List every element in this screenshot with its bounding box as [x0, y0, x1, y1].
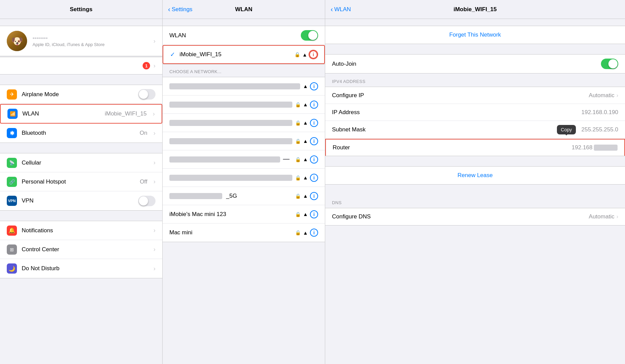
wlan-master-toggle-knob	[308, 31, 317, 40]
ip-address-value: 192.168.0.190	[581, 109, 618, 116]
network-5-info-button[interactable]: i	[310, 155, 318, 164]
network-list: ▲ i 🔒 ▲ i 🔒 ▲ i	[163, 77, 325, 242]
settings-title: Settings	[70, 6, 92, 13]
wlan-master-toggle[interactable]	[301, 30, 318, 41]
network-macmini-lock-icon: 🔒	[295, 230, 301, 235]
settings-item-notifications[interactable]: 🔔 Notifications ›	[0, 221, 162, 240]
network-item-5[interactable]: 🔒 ▲ i	[163, 150, 325, 169]
wlan-chevron-icon: ›	[153, 110, 155, 117]
settings-scroll-content: 🐶 •••••••• Apple ID, iCloud, iTunes & Ap…	[0, 19, 162, 364]
network-4-info-button[interactable]: i	[310, 137, 318, 145]
wlan-master-label: WLAN	[169, 32, 301, 39]
wifi-detail-scroll-content: Forget This Network Auto-Join IPV4 ADDRE…	[325, 19, 625, 364]
wlan-back-button[interactable]: ‹ Settings	[168, 5, 192, 13]
forget-network-button[interactable]: Forget This Network	[325, 26, 625, 44]
ipv4-section-header: IPV4 ADDRESS	[325, 73, 625, 87]
network-2-lock-icon: 🔒	[295, 102, 301, 107]
cellular-icon-bg: 📡	[7, 158, 17, 168]
network-3-wifi-icon: ▲	[303, 120, 308, 126]
network-item-imac[interactable]: iMobie's Mac mini 123 🔒 ▲ i	[163, 205, 325, 223]
network-5-wifi-icon: ▲	[303, 156, 308, 162]
settings-item-bluetooth[interactable]: ✱ Bluetooth On ›	[0, 124, 162, 143]
wlan-master-toggle-row: WLAN	[163, 26, 325, 45]
wlan-nav-bar: ‹ Settings WLAN	[163, 0, 325, 19]
wlan-icon-bg: 📶	[7, 109, 18, 119]
wlan-connected-row[interactable]: ✓ iMobie_WIFI_15 🔒 ▲ i	[163, 45, 325, 64]
router-label: Router	[333, 144, 572, 151]
auto-join-toggle[interactable]	[601, 59, 618, 69]
subnet-mask-label: Subnet Mask	[332, 126, 557, 133]
configure-dns-value: Automatic	[589, 213, 614, 220]
profile-row[interactable]: 🐶 •••••••• Apple ID, iCloud, iTunes & Ap…	[0, 26, 162, 56]
dns-group: Configure DNS Automatic ›	[325, 208, 625, 226]
network-2-info-button[interactable]: i	[310, 101, 318, 109]
notifications-icon: 🔔	[8, 227, 15, 234]
avatar-image: 🐶	[7, 31, 27, 51]
settings-item-wlan[interactable]: 📶 WLAN iMobie_WIFI_15 ›	[0, 104, 162, 124]
hotspot-icon-bg: 🔗	[7, 177, 17, 187]
configure-dns-row[interactable]: Configure DNS Automatic ›	[325, 208, 625, 225]
renew-lease-button[interactable]: Renew Lease	[325, 166, 625, 185]
settings-group-connectivity-inner: ✈ Airplane Mode 📶 WLAN iMobie_WIFI_15 ›	[0, 85, 162, 143]
settings-item-control-center[interactable]: ⊞ Control Center ›	[0, 240, 162, 259]
wlan-toggle-section: WLAN ✓ iMobie_WIFI_15 🔒 ▲ i	[163, 26, 325, 64]
cellular-label: Cellular	[22, 159, 147, 166]
auto-join-toggle-knob	[608, 59, 618, 68]
vpn-toggle[interactable]	[138, 196, 155, 206]
network-macmini-icons: 🔒 ▲ i	[295, 229, 318, 237]
network-imac-lock-icon: 🔒	[295, 212, 301, 217]
network-3-info-button[interactable]: i	[310, 119, 318, 127]
network-name-blur-4	[169, 138, 292, 144]
network-imac-info-button[interactable]: i	[310, 210, 318, 218]
profile-subtitle: Apple ID, iCloud, iTunes & App Store	[33, 42, 148, 47]
badge-row[interactable]: 1 ›	[0, 57, 162, 74]
settings-item-cellular[interactable]: 📡 Cellular ›	[0, 153, 162, 172]
bluetooth-label: Bluetooth	[22, 130, 135, 136]
airplane-icon: ✈	[10, 91, 14, 98]
network-item-2[interactable]: 🔒 ▲ i	[163, 95, 325, 114]
settings-item-do-not-disturb[interactable]: 🌙 Do Not Disturb ›	[0, 259, 162, 278]
wifi-detail-nav-bar: ‹ WLAN iMobie_WIFI_15	[325, 0, 625, 19]
bluetooth-icon-bg: ✱	[7, 128, 17, 138]
subnet-mask-value: 255.255.255.0	[581, 126, 618, 133]
hotspot-chevron-icon: ›	[153, 178, 155, 185]
network-macmini-info-button[interactable]: i	[310, 229, 318, 237]
auto-join-row: Auto-Join	[325, 54, 625, 73]
network-5-dash	[283, 159, 290, 160]
auto-join-label: Auto-Join	[332, 61, 601, 67]
subnet-mask-value-area: Copy 255.255.255.0	[557, 125, 618, 134]
configure-ip-row[interactable]: Configure IP Automatic ›	[325, 87, 625, 104]
settings-item-airplane[interactable]: ✈ Airplane Mode	[0, 85, 162, 104]
network-item-6[interactable]: 🔒 ▲ i	[163, 169, 325, 187]
network-name-blur-1	[169, 83, 300, 89]
wlan-back-label: Settings	[172, 6, 192, 13]
network-6-info-button[interactable]: i	[310, 174, 318, 182]
notification-badge: 1	[143, 62, 150, 69]
wlan-back-chevron-icon: ‹	[168, 5, 170, 13]
copy-tooltip: Copy	[557, 125, 576, 134]
network-3-lock-icon: 🔒	[295, 120, 301, 126]
network-5g-info-button[interactable]: i	[310, 192, 318, 200]
network-4-icons: 🔒 ▲ i	[295, 137, 318, 145]
network-item-5g[interactable]: _5G 🔒 ▲ i	[163, 187, 325, 205]
connected-network-icons: 🔒 ▲ i	[294, 50, 317, 59]
do-not-disturb-icon-bg: 🌙	[7, 263, 17, 274]
hotspot-icon: 🔗	[9, 179, 15, 185]
copy-tooltip-wrapper: Copy	[557, 125, 579, 134]
wlan-label: WLAN	[22, 110, 100, 117]
network-item-4[interactable]: 🔒 ▲ i	[163, 132, 325, 150]
wlan-panel: ‹ Settings WLAN WLAN ✓ iMobie_WIFI_15 🔒 …	[163, 0, 325, 364]
wifi-detail-back-button[interactable]: ‹ WLAN	[331, 5, 351, 13]
network-item-1[interactable]: ▲ i	[163, 77, 325, 95]
network-item-3[interactable]: 🔒 ▲ i	[163, 114, 325, 132]
network-1-info-button[interactable]: i	[310, 82, 318, 90]
wlan-connected-value: iMobie_WIFI_15	[105, 110, 147, 117]
settings-item-vpn[interactable]: VPN VPN	[0, 191, 162, 210]
do-not-disturb-chevron-icon: ›	[153, 265, 155, 272]
network-item-macmini[interactable]: Mac mini 🔒 ▲ i	[163, 223, 325, 242]
connected-info-button[interactable]: i	[309, 50, 317, 59]
connected-wifi-icon: ▲	[302, 52, 307, 58]
settings-item-hotspot[interactable]: 🔗 Personal Hotspot Off ›	[0, 172, 162, 191]
airplane-toggle[interactable]	[138, 89, 155, 100]
settings-group-system: 🔔 Notifications › ⊞ Control Center › 🌙	[0, 221, 162, 278]
